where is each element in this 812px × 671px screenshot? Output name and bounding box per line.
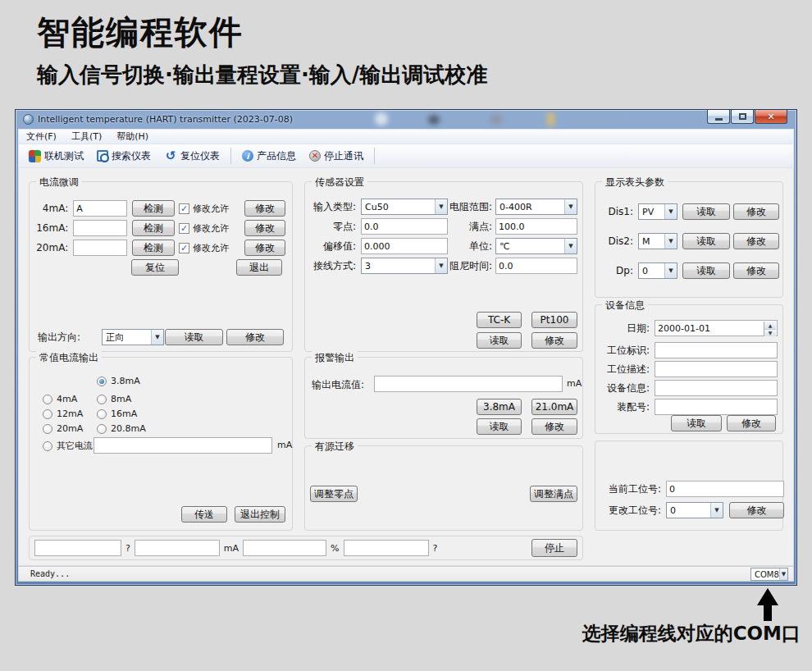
stop-button[interactable]: 停止 (531, 539, 577, 557)
damping-time-input[interactable] (495, 258, 577, 274)
direction-read-button[interactable]: 读取 (165, 329, 223, 345)
trim-16ma-input[interactable] (73, 220, 127, 236)
dis2-read-button[interactable]: 读取 (682, 233, 730, 249)
chevron-down-icon: ▼ (564, 199, 577, 214)
spinner-up-icon: ▲ (764, 322, 776, 329)
device-info-input[interactable] (655, 380, 778, 396)
alarm-modify-button[interactable]: 修改 (531, 418, 577, 435)
adjust-zero-button[interactable]: 调整零点 (310, 486, 358, 502)
alarm-current-input[interactable] (374, 376, 563, 392)
trim-20ma-detect-button[interactable]: 检测 (132, 240, 175, 256)
trim-4ma-modify-button[interactable]: 修改 (244, 200, 285, 217)
minimize-button[interactable] (707, 110, 730, 124)
direction-modify-button[interactable]: 修改 (226, 329, 284, 345)
trim-4ma-input[interactable] (73, 200, 127, 217)
station-modify-button[interactable]: 修改 (729, 502, 784, 518)
dis2-select[interactable]: M ▼ (638, 233, 677, 249)
input-type-select[interactable]: Cu50 ▼ (361, 199, 448, 215)
spinner-down-icon: ▼ (764, 329, 776, 337)
trim-4ma-detect-button[interactable]: 检测 (132, 200, 175, 217)
date-input[interactable]: 2000-01-01 ▲▼ (655, 320, 778, 336)
radio-3.8ma[interactable]: 3.8mA (97, 376, 140, 386)
menu-file[interactable]: 文件(F) (19, 130, 64, 143)
zero-point-input[interactable] (361, 218, 448, 235)
toolbar-reset-meter-button[interactable]: ↺ 复位仪表 (157, 147, 226, 166)
send-button[interactable]: 传送 (181, 506, 227, 523)
device-row-date: 日期: 2000-01-01 ▲▼ (602, 320, 776, 336)
toolbar-online-test-button[interactable]: 联机测试 (22, 147, 90, 166)
dp-modify-button[interactable]: 修改 (733, 262, 779, 279)
current-station-input[interactable] (666, 481, 784, 497)
trim-reset-button[interactable]: 复位 (131, 259, 179, 276)
close-button[interactable]: ✕ (755, 110, 787, 124)
device-modify-button[interactable]: 修改 (727, 415, 776, 431)
trim-4ma-allow-checkbox[interactable] (179, 203, 189, 214)
sensor-read-button[interactable]: 读取 (477, 332, 522, 349)
wiring-mode-select[interactable]: 3 ▼ (361, 258, 448, 274)
offset-input[interactable] (361, 238, 448, 254)
monitor-input-4[interactable] (344, 540, 429, 556)
toolbar-search-meter-button[interactable]: 搜索仪表 (90, 147, 157, 166)
alarm-3.8ma-button[interactable]: 3.8mA (477, 399, 522, 415)
menu-tools[interactable]: 工具(T) (64, 130, 109, 143)
maximize-button[interactable] (731, 110, 754, 124)
window-controls: ✕ (707, 110, 787, 124)
trim-20ma-label: 20mA: (36, 242, 68, 253)
trim-16ma-allow-checkbox[interactable] (179, 223, 189, 234)
chevron-down-icon: ▼ (435, 199, 447, 214)
page-title: 智能编程软件 (37, 10, 244, 55)
radio-16ma[interactable]: 16mA (97, 409, 137, 419)
assembly-no-input[interactable] (655, 399, 778, 415)
radio-other-current[interactable]: 其它电流 (43, 440, 93, 452)
change-station-select[interactable]: 0 ▼ (666, 502, 723, 518)
monitor-input-2[interactable] (135, 540, 220, 556)
monitor-input-3[interactable] (243, 540, 326, 556)
tck-button[interactable]: TC-K (477, 312, 522, 328)
other-current-input[interactable] (94, 437, 272, 454)
com-port-value: COM8 (755, 570, 779, 579)
radio-20.8ma[interactable]: 20.8mA (97, 423, 146, 434)
dp-read-button[interactable]: 读取 (682, 262, 730, 279)
exit-control-button[interactable]: 退出控制 (235, 506, 285, 523)
pt100-button[interactable]: Pt100 (531, 312, 577, 328)
dp-select[interactable]: 0 ▼ (638, 262, 677, 279)
dis2-modify-button[interactable]: 修改 (733, 233, 779, 249)
dis1-select[interactable]: PV ▼ (638, 203, 677, 220)
monitor-input-1[interactable] (34, 540, 121, 556)
station-desc-input[interactable] (655, 361, 778, 377)
trim-20ma-input[interactable] (73, 240, 127, 256)
sensor-modify-button[interactable]: 修改 (531, 332, 577, 349)
menu-help[interactable]: 帮助(H) (109, 130, 156, 143)
station-tag-input[interactable] (655, 342, 778, 358)
unit-select[interactable]: ℃ ▼ (495, 238, 577, 254)
resistance-range-select[interactable]: 0-400R ▼ (495, 199, 577, 215)
panel-constant-current: 常值电流输出 3.8mA 4mA 8mA 12mA 16mA (29, 357, 293, 531)
toolbar-stop-comm-button[interactable]: ✕ 停止通讯 (303, 147, 370, 166)
radio-icon (97, 395, 107, 404)
trim-16ma-modify-button[interactable]: 修改 (244, 220, 285, 236)
alarm-21.0ma-button[interactable]: 21.0mA (531, 399, 577, 415)
dis1-modify-button[interactable]: 修改 (733, 203, 779, 220)
output-direction-select[interactable]: 正向 ▼ (102, 329, 164, 345)
minimize-icon (715, 118, 723, 121)
alarm-read-button[interactable]: 读取 (477, 418, 522, 435)
radio-12ma[interactable]: 12mA (43, 409, 83, 419)
dis1-read-button[interactable]: 读取 (682, 203, 730, 220)
com-port-select[interactable]: COM8 ▼ (750, 568, 788, 581)
radio-8ma[interactable]: 8mA (97, 394, 131, 404)
radio-20ma[interactable]: 20mA (43, 423, 83, 434)
adjust-full-button[interactable]: 调整满点 (530, 486, 577, 502)
trim-20ma-modify-button[interactable]: 修改 (244, 240, 285, 256)
device-read-button[interactable]: 读取 (671, 415, 722, 431)
trim-16ma-detect-button[interactable]: 检测 (132, 220, 175, 236)
toolbar-product-info-button[interactable]: i 产品信息 (235, 147, 303, 166)
titlebar[interactable]: Intelligent temperature (HART) transmitt… (18, 110, 794, 129)
trim-exit-button[interactable]: 退出 (236, 259, 282, 276)
titlebar-blur-decoration (490, 114, 502, 125)
date-spinner[interactable]: ▲▼ (764, 322, 776, 336)
trim-20ma-allow-checkbox[interactable] (179, 243, 189, 253)
panel-active-migration: 有源迁移 调整零点 调整满点 (304, 445, 583, 531)
window-title: Intelligent temperature (HART) transmitt… (38, 114, 293, 125)
full-point-input[interactable] (495, 218, 577, 235)
radio-4ma[interactable]: 4mA (43, 394, 77, 404)
